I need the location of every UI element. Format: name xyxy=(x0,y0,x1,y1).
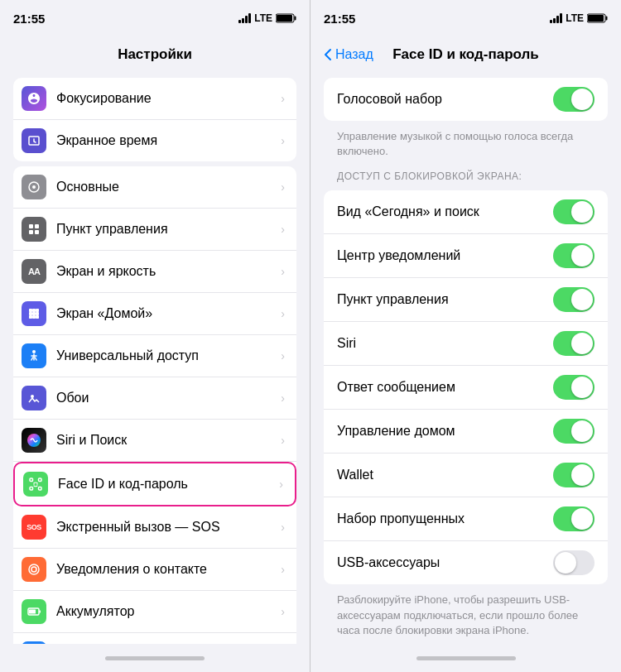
battery-label: Аккумулятор xyxy=(56,604,281,619)
display-chevron: › xyxy=(281,265,285,278)
lockscreen-toggle-4[interactable] xyxy=(553,375,595,400)
back-button[interactable]: Назад xyxy=(324,47,390,62)
settings-item-screen-time[interactable]: Экранное время › xyxy=(13,120,296,161)
settings-item-sos[interactable]: SOS Экстренный вызов — SOS › xyxy=(13,506,296,549)
lockscreen-toggle-3[interactable] xyxy=(553,331,595,356)
screen-time-icon xyxy=(22,128,46,153)
svg-rect-23 xyxy=(39,478,42,482)
homescreen-label: Экран «Домой» xyxy=(56,306,281,321)
lockscreen-toggle-usb[interactable] xyxy=(553,550,595,575)
faceid-icon xyxy=(23,472,48,497)
lockscreen-item-3: Siri xyxy=(324,322,608,366)
lockscreen-toggle-5[interactable] xyxy=(553,419,595,444)
general-label: Основные xyxy=(56,180,281,194)
right-nav-header: Назад Face ID и код-пароль xyxy=(310,36,621,73)
lockscreen-label-usb: USB-аксессуары xyxy=(337,555,553,570)
svg-rect-22 xyxy=(30,478,33,482)
lockscreen-label-6: Набор пропущенных xyxy=(337,511,553,526)
lockscreen-toggle-knob-2 xyxy=(571,289,593,310)
voice-dial-footer: Управление музыкой с помощью голоса всег… xyxy=(310,126,621,166)
svg-rect-13 xyxy=(29,312,32,315)
lockscreen-toggle-2[interactable] xyxy=(553,287,595,312)
sos-chevron: › xyxy=(281,521,285,534)
settings-item-battery[interactable]: Аккумулятор › xyxy=(13,591,296,633)
settings-list[interactable]: Фокусирование › Экранное время › xyxy=(0,73,310,644)
right-content[interactable]: Голосовой набор Управление музыкой с пом… xyxy=(310,73,621,644)
right-panel: 21:55 LTE Назад Face ID и код-пароль xyxy=(310,0,621,672)
settings-item-focus[interactable]: Фокусирование › xyxy=(13,78,296,120)
contact-icon xyxy=(22,557,46,582)
general-icon xyxy=(22,175,46,199)
accessibility-label: Универсальный доступ xyxy=(56,348,281,363)
homescreen-icon xyxy=(22,301,46,326)
settings-section-1: Фокусирование › Экранное время › xyxy=(13,78,296,161)
wallpaper-label: Обои xyxy=(56,391,281,406)
siri-icon xyxy=(22,428,46,453)
svg-rect-31 xyxy=(40,611,41,613)
lockscreen-toggle-1[interactable] xyxy=(553,243,595,268)
right-nav-title: Face ID и код-пароль xyxy=(390,46,542,63)
lockscreen-toggle-wallet[interactable] xyxy=(553,463,595,487)
svg-point-29 xyxy=(31,567,36,572)
left-panel: 21:55 LTE Настройки xyxy=(0,0,310,672)
faceid-label: Face ID и код-пароль xyxy=(58,477,279,492)
lockscreen-toggle-knob-5 xyxy=(571,420,593,442)
control-chevron: › xyxy=(281,223,285,236)
display-icon: AA xyxy=(22,259,46,284)
back-label: Назад xyxy=(335,47,373,62)
svg-point-19 xyxy=(32,350,36,353)
svg-rect-8 xyxy=(29,230,33,234)
settings-item-control[interactable]: Пункт управления › xyxy=(13,209,296,251)
svg-rect-14 xyxy=(32,312,36,315)
settings-item-wallpaper[interactable]: Обои › xyxy=(13,377,296,420)
lockscreen-item-5: Управление домом xyxy=(324,410,608,454)
settings-item-display[interactable]: AA Экран и яркость › xyxy=(13,251,296,293)
screen-time-label: Экранное время xyxy=(56,133,281,148)
lockscreen-toggle-knob-3 xyxy=(571,333,593,354)
lockscreen-toggle-knob-6 xyxy=(571,508,593,530)
svg-point-27 xyxy=(36,483,38,485)
svg-rect-18 xyxy=(36,315,39,319)
voice-dial-section: Голосовой набор xyxy=(324,78,608,121)
right-home-indicator xyxy=(416,656,516,660)
left-nav-header: Настройки xyxy=(0,36,310,73)
privacy-icon xyxy=(22,641,46,644)
svg-rect-37 xyxy=(606,17,608,21)
battery-settings-icon xyxy=(22,599,46,624)
settings-section-2: Основные › Пункт управления › xyxy=(13,166,296,644)
lockscreen-label-0: Вид «Сегодня» и поиск xyxy=(337,204,553,219)
lockscreen-item-4: Ответ сообщением xyxy=(324,366,608,410)
lockscreen-label-1: Центр уведомлений xyxy=(337,248,553,263)
svg-rect-9 xyxy=(35,230,39,234)
settings-item-privacy[interactable]: Конфиденциальность › xyxy=(13,633,296,644)
settings-item-general[interactable]: Основные › xyxy=(13,166,296,209)
sos-label: Экстренный вызов — SOS xyxy=(56,520,281,535)
left-status-time: 21:55 xyxy=(13,12,45,26)
svg-point-28 xyxy=(29,564,39,574)
svg-rect-32 xyxy=(29,610,36,614)
lockscreen-item-usb: USB-аксессуары xyxy=(324,541,608,584)
svg-rect-7 xyxy=(35,224,39,228)
focus-icon xyxy=(22,86,46,111)
signal-icon xyxy=(238,13,251,23)
left-nav-title: Настройки xyxy=(118,46,192,63)
voice-dial-toggle[interactable] xyxy=(553,87,595,112)
settings-item-siri[interactable]: Siri и Поиск › xyxy=(13,420,296,462)
right-status-time: 21:55 xyxy=(324,12,355,26)
settings-item-contact[interactable]: Уведомления о контакте › xyxy=(13,549,296,591)
lockscreen-item-6: Набор пропущенных xyxy=(324,497,608,541)
settings-item-faceid[interactable]: Face ID и код-пароль › xyxy=(13,462,296,506)
lockscreen-item-wallet: Wallet xyxy=(324,454,608,497)
svg-rect-6 xyxy=(29,224,33,228)
lockscreen-toggle-knob-4 xyxy=(571,377,593,398)
homescreen-chevron: › xyxy=(281,307,285,320)
lockscreen-label-4: Ответ сообщением xyxy=(337,380,553,395)
focus-chevron: › xyxy=(281,92,285,105)
settings-item-accessibility[interactable]: Универсальный доступ › xyxy=(13,335,296,377)
lockscreen-toggle-6[interactable] xyxy=(553,506,595,531)
svg-rect-25 xyxy=(39,487,42,491)
focus-label: Фокусирование xyxy=(56,91,281,106)
lockscreen-toggle-0[interactable] xyxy=(553,199,595,224)
lockscreen-header: ДОСТУП С БЛОКИРОВКОЙ ЭКРАНА: xyxy=(310,166,621,185)
settings-item-homescreen[interactable]: Экран «Домой» › xyxy=(13,293,296,335)
